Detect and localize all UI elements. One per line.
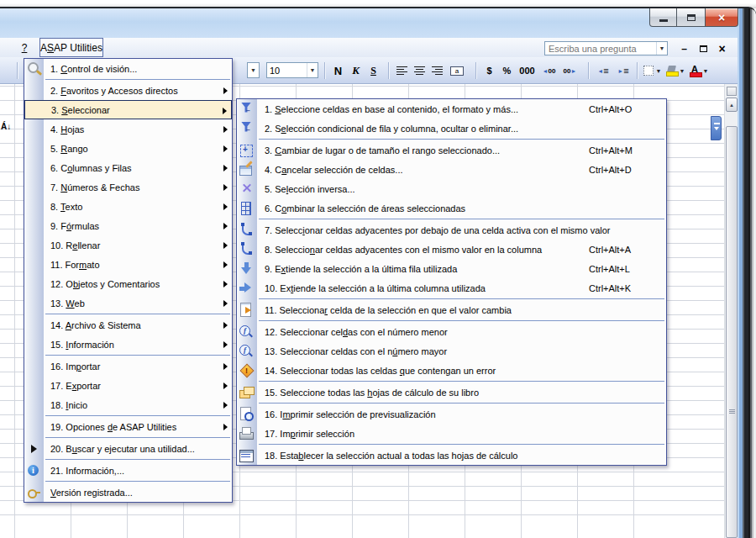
menu-item[interactable]: 11. Formato [24,255,232,274]
toolbar-separator [637,62,638,79]
font-color-button[interactable]: A▼ [687,61,711,80]
question-input[interactable] [545,42,656,55]
borders-button[interactable]: ▼ [641,61,664,80]
submenu-item[interactable]: 14. Seleccionar todas las celdas que con… [237,361,666,380]
menu-item-label: 15. Seleccione todas las hojas de cálcul… [257,388,666,398]
submenu-item[interactable]: 2. Selección condicional de fila y colum… [237,119,666,138]
menu-item[interactable]: 5. Rango [24,139,232,158]
menu-item[interactable]: 19. Opciones de ASAP Utilities [24,417,232,436]
increase-decimal-button[interactable]: ◄00 [538,61,559,80]
percent-button[interactable]: % [498,61,516,80]
menu-item[interactable]: Versión registrada... [24,483,232,502]
sort-icon[interactable]: Á↓ [1,119,15,135]
toolbar-options-button[interactable] [711,116,722,140]
submenu-item[interactable]: 13. Seleccionar celdas con el número may… [237,341,666,361]
question-box[interactable]: ▼ [544,41,668,55]
question-dropdown-button[interactable]: ▼ [656,42,667,55]
submenu-item[interactable]: 7. Seleccionar celdas adyacentes por deb… [237,220,666,240]
toolbar-separator [388,62,389,79]
printer-icon [237,425,257,443]
menu-item[interactable]: 18. Inicio [24,395,232,414]
vertical-scrollbar[interactable]: ▲ [724,84,738,538]
toolbar-separator [324,62,325,79]
submenu-arrow-icon [222,395,232,414]
submenu-item[interactable]: 10. Extiende la selección a la última co… [237,278,666,298]
workbook-close-button[interactable]: × [715,41,729,55]
decrease-indent-button[interactable]: ◄≡ [593,61,613,80]
font-size-combo[interactable]: 10 ▼ [266,62,318,78]
menu-item[interactable]: 14. Archivo & Sistema [24,315,232,335]
menu-item-label: 14. Archivo & Sistema [44,320,222,330]
magnifier-f-icon [237,342,257,361]
menu-item[interactable]: 2. Favoritos y Accesos directos [24,81,232,100]
menu-item[interactable]: 8. Texto [24,197,232,216]
align-center-button[interactable] [411,61,428,80]
menu-item[interactable]: 12. Objetos y Comentarios [24,274,232,293]
menu-item[interactable]: 1. Control de visión... [24,59,232,78]
workbook-restore-button[interactable] [696,41,711,55]
submenu-item[interactable]: 16. Imprimir selección de previsualizaci… [237,404,666,424]
window-titlebar[interactable] [0,8,754,38]
menu-item[interactable]: 7. Números & Fechas [24,177,232,197]
menu-item[interactable]: 6. Columnas y Filas [24,158,232,177]
blank-icon [24,159,44,177]
close-button[interactable]: × [705,8,738,27]
maximize-button[interactable] [677,8,705,27]
submenu-item[interactable]: 11. Seleccionar celda de la selección en… [237,300,666,319]
merge-center-button[interactable]: a [446,61,468,80]
minimize-button[interactable] [649,8,677,27]
align-left-button[interactable] [393,61,411,80]
submenu-item[interactable]: 6. Combinar la selección de áreas selecc… [237,198,666,218]
blank-icon [24,140,44,158]
menu-item-label: 3. Seleccionar [45,105,221,115]
menu-item[interactable]: 20. Buscar y ejecutar una utilidad... [24,439,232,458]
submenu-item[interactable]: 18. Establecer la selección actual a tod… [237,446,666,465]
window-caption-buttons: × [649,8,738,27]
print-preview-icon [237,405,257,424]
font-name-dropdown-button[interactable]: ▼ [247,62,260,78]
menu-item[interactable]: 17. Exportar [24,376,232,395]
submenu-item[interactable]: 9. Extiende la selección a la última fil… [237,259,666,278]
menu-item-label: 11. Formato [44,260,222,270]
fill-color-button[interactable]: ▼ [664,61,687,80]
scroll-up-button[interactable]: ▲ [726,98,738,112]
menu-item[interactable]: 16. Importar [24,356,232,376]
toolbar-separator [17,62,18,79]
submenu-item[interactable]: 15. Seleccione todas las hojas de cálcul… [237,382,666,402]
workbook-minimize-button[interactable]: – [677,41,691,55]
thousands-button[interactable]: 000 [516,61,538,80]
submenu-item[interactable]: 1. Seleccione celdas en base al contenid… [237,99,666,119]
currency-button[interactable]: $ [480,61,498,80]
submenu-item[interactable]: 4. Cancelar selección de celdas...Ctrl+A… [237,160,666,179]
scrollbar-split-box[interactable] [727,87,737,96]
submenu-item[interactable]: 17. Imprimir selección [237,424,666,443]
menu-item-label: 13. Web [44,298,222,309]
menu-item[interactable]: 9. Fórmulas [24,216,232,235]
decrease-decimal-button[interactable]: 00► [559,61,580,80]
menu-item[interactable]: 10. Rellenar [24,235,232,255]
submenu-item[interactable]: 3. Cambiar de lugar o de tamaño el rango… [237,140,666,160]
italic-button[interactable]: K [347,61,365,80]
bold-button[interactable]: N [329,61,347,80]
submenu-item[interactable]: 12. Seleccionar celdas con el número men… [237,322,666,341]
menu-item[interactable]: 21. Información,... [24,461,232,480]
submenu-item[interactable]: 8. Seleccionar celdas adyacentes con el … [237,240,666,259]
align-left-icon [396,65,407,76]
menu-item-label: 19. Opciones de ASAP Utilities [44,422,222,432]
menu-item[interactable]: 13. Web [24,293,232,313]
menu-item[interactable]: 3. Seleccionar [24,100,232,119]
menu-item[interactable]: 4. Hojas [24,119,232,139]
underline-button[interactable]: S [365,61,382,80]
magnifier-icon [24,60,44,78]
menu-separator [237,402,666,404]
scrollbar-thumb[interactable] [726,126,738,538]
shortcut-label: Ctrl+Alt+O [589,104,661,114]
menu-item[interactable]: 15. Información [24,335,232,354]
chevron-down-icon: ▼ [307,63,318,77]
align-right-button[interactable] [428,61,446,80]
help-menu[interactable]: ? [17,38,32,57]
increase-indent-button[interactable]: ►≡ [613,61,633,80]
menu-item-label: 8. Texto [44,202,222,212]
submenu-item[interactable]: 5. Selección inversa... [237,179,666,198]
asap-utilities-menu[interactable]: ASAP Utilities [39,38,103,57]
